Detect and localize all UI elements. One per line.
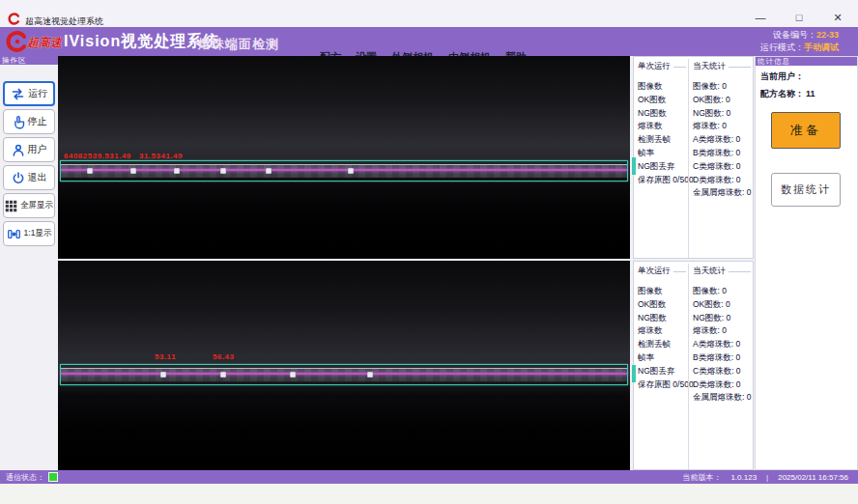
stat-row: D类熔珠数: 0 (693, 378, 753, 392)
bead-mark (367, 372, 373, 378)
today-stats-title: 当天统计 (693, 266, 753, 277)
stats-panel-bottom: 单次运行 图像数OK图数NG图数熔珠数检测丢帧帧率NG图丢弃保存原图 0/500… (633, 261, 754, 470)
status-bar: 通信状态： 当前版本： 1.0.123 | 2025/02/11 16:57:5… (0, 470, 858, 484)
statusbar-separator: | (766, 473, 768, 482)
measurement-annotation: 64082539.531.49 31.5341.49 (64, 152, 183, 160)
bead-mark (87, 168, 93, 174)
recipe-name-row: 配方名称：11 (760, 88, 857, 100)
device-label: 设备编号： (773, 30, 816, 40)
stat-row: OK图数 (638, 298, 688, 312)
user-button[interactable]: 用户 (3, 137, 55, 162)
today-stats-list: 图像数: 0OK图数: 0NG图数: 0熔珠数: 0A类熔珠数: 0B类熔珠数:… (693, 80, 753, 200)
device-info: 设备编号：22-33 运行模式：手动调试 (760, 29, 839, 54)
stop-label: 停止 (28, 115, 47, 128)
current-user-row: 当前用户： (760, 70, 857, 83)
device-value: 22-33 (816, 30, 839, 40)
grid-icon (5, 200, 17, 212)
hand-click-icon (12, 115, 25, 129)
mode-value: 手动调试 (804, 42, 839, 52)
recipe-name-label: 配方名称： (760, 89, 804, 98)
stat-row: 熔珠数: 0 (693, 324, 753, 338)
workpiece-strip (61, 368, 627, 381)
stat-row: 保存原图 0/500 (638, 378, 688, 392)
workpiece-strip (61, 164, 627, 178)
version-label: 当前版本： (682, 472, 721, 483)
detect-edge-marker (632, 365, 636, 382)
stat-row: D类熔珠数: 0 (693, 174, 753, 187)
today-stats-title: 当天统计 (693, 61, 753, 72)
stat-row: 熔珠数: 0 (693, 120, 753, 133)
stop-button[interactable]: 停止 (3, 109, 55, 134)
run-label: 运行 (28, 87, 47, 100)
bead-mark (266, 168, 272, 174)
stat-row: C类熔珠数: 0 (693, 160, 753, 174)
bead-mark (220, 372, 226, 378)
info-panel-title: 统计信息 (756, 57, 857, 66)
close-button[interactable]: ✕ (831, 11, 844, 24)
stat-row: 图像数 (638, 80, 688, 94)
fullscreen-label: 全屏显示 (20, 200, 53, 211)
operations-sidebar: 操作区 运行 停止 用户 退出 (0, 56, 59, 470)
titlebar: 超高速视觉处理系统 — □ ✕ (0, 0, 858, 28)
stat-row: NG图数: 0 (693, 107, 753, 121)
bead-mark (174, 168, 180, 174)
sidebar-title: 操作区 (0, 56, 58, 65)
bead-label: 53.11 (155, 352, 176, 361)
run-button[interactable]: 运行 (3, 81, 55, 106)
stat-row: 检测丢帧 (638, 133, 688, 147)
stat-row: 图像数: 0 (693, 285, 753, 298)
stat-row: OK图数: 0 (693, 298, 753, 312)
recipe-name-value: 11 (806, 89, 815, 98)
stat-row: NG图数 (638, 107, 688, 121)
brand-logo-text: 超高速 (27, 35, 62, 51)
current-user-label: 当前用户： (760, 71, 804, 81)
prepare-button[interactable]: 准备 (771, 112, 841, 149)
brand-logo-icon (5, 30, 28, 53)
single-run-title: 单次运行 (638, 61, 688, 72)
bead-mark (220, 168, 226, 174)
minimize-button[interactable]: — (754, 11, 767, 24)
maximize-button[interactable]: □ (792, 11, 806, 24)
comm-status-label: 通信状态： (6, 472, 44, 483)
camera-view-bottom[interactable]: 53.11 56.43 (58, 261, 630, 470)
page-subtitle: 熔珠端面检测 (198, 36, 279, 53)
stat-row: 图像数: 0 (693, 80, 753, 94)
app-header: 超高速 IVision视觉处理系统 熔珠端面检测 配方设置外侧相机内侧相机帮助 … (0, 27, 858, 56)
camera-view-top[interactable]: 64082539.531.49 31.5341.49 (58, 56, 630, 259)
comm-status-led (48, 472, 58, 482)
stat-row: B类熔珠数: 0 (693, 351, 753, 365)
stat-row: 熔珠数 (638, 120, 688, 133)
one-to-one-label: 1:1显示 (24, 228, 52, 239)
today-stats-list: 图像数: 0OK图数: 0NG图数: 0熔珠数: 0A类熔珠数: 0B类熔珠数:… (693, 285, 753, 405)
user-icon (12, 143, 25, 157)
laser-line (61, 373, 627, 375)
bead-mark (348, 168, 354, 174)
bead-mark (290, 372, 296, 378)
stat-row: NG图丢弃 (638, 365, 688, 378)
laser-line (61, 169, 627, 171)
fullscreen-button[interactable]: 全屏显示 (3, 193, 55, 218)
bead-mark (160, 372, 166, 378)
data-statistics-button[interactable]: 数据统计 (771, 173, 841, 207)
stat-row: 检测丢帧 (638, 338, 688, 351)
single-run-title: 单次运行 (638, 266, 688, 277)
stat-row: 金属屑熔珠数: 0 (693, 186, 753, 200)
version-value: 1.0.123 (730, 473, 757, 482)
stats-panel-top: 单次运行 图像数OK图数NG图数熔珠数检测丢帧帧率NG图丢弃保存原图 0/500… (633, 56, 754, 259)
stat-row: 保存原图 0/500 (638, 174, 688, 187)
stat-row: C类熔珠数: 0 (693, 365, 753, 378)
exit-button[interactable]: 退出 (3, 165, 55, 190)
stat-row: OK图数: 0 (693, 94, 753, 107)
stat-row: B类熔珠数: 0 (693, 147, 753, 160)
one-to-one-button[interactable]: 1:1显示 (3, 221, 55, 246)
bead-mark (130, 168, 136, 174)
bead-label: 56.43 (213, 352, 235, 361)
run-arrows-icon (11, 87, 25, 101)
app-logo-icon (8, 13, 20, 25)
page-title: IVision视觉处理系统 (64, 32, 219, 52)
single-run-list: 图像数OK图数NG图数熔珠数检测丢帧帧率NG图丢弃保存原图 0/500 (638, 80, 688, 186)
stat-row: A类熔珠数: 0 (693, 133, 753, 147)
user-label: 用户 (28, 143, 47, 156)
app-window: 超高速视觉处理系统 — □ ✕ 超高速 IVision视觉处理系统 熔珠端面检测… (0, 0, 858, 504)
single-run-list: 图像数OK图数NG图数熔珠数检测丢帧帧率NG图丢弃保存原图 0/500 (638, 285, 688, 391)
